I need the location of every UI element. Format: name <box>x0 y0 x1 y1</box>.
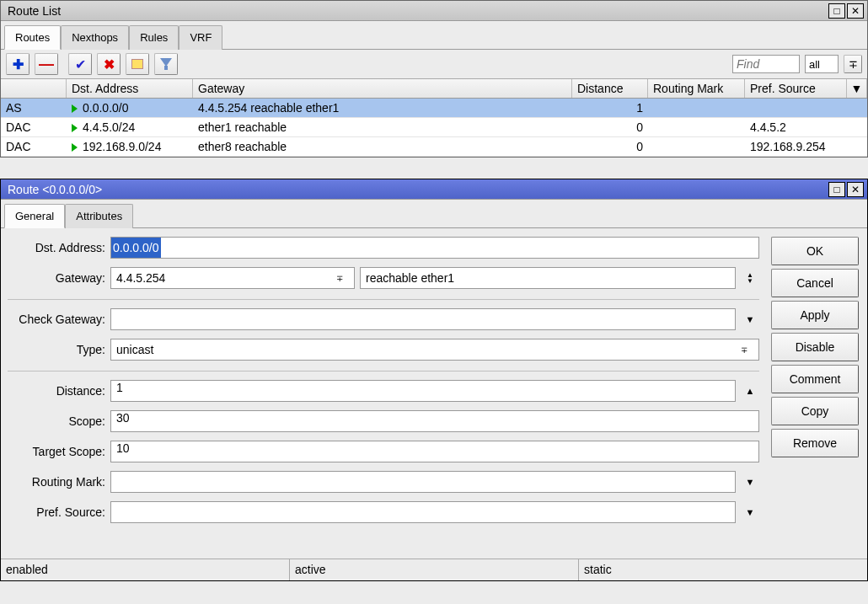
target-scope-input[interactable]: 10 <box>110 441 759 462</box>
scope-input[interactable]: 30 <box>110 410 759 432</box>
enable-button[interactable]: ✔ <box>68 53 92 75</box>
titlebar-route-detail[interactable]: Route <0.0.0.0/0> □ ✕ <box>1 179 867 200</box>
distance-input[interactable]: 1 <box>110 380 736 402</box>
cell-flags: AS <box>1 99 67 117</box>
table-row[interactable]: AS0.0.0.0/04.4.5.254 reachable ether11 <box>1 99 867 118</box>
row-target-scope: Target Scope: 10 <box>8 441 759 462</box>
cancel-button[interactable]: Cancel <box>771 269 859 297</box>
routing-mark-input[interactable] <box>110 471 736 493</box>
detail-tabs: General Attributes <box>1 200 867 228</box>
separator-2 <box>8 371 759 371</box>
gateway-status-field: reachable ether1 <box>360 267 736 289</box>
check-gateway-dropdown-button[interactable]: ▼ <box>741 308 759 330</box>
cell-pref-source <box>745 99 847 117</box>
window-title: Route List <box>4 4 827 18</box>
row-dst-address: Dst. Address: 0.0.0.0/0 <box>8 237 759 259</box>
dst-address-input[interactable]: 0.0.0.0/0 <box>110 237 759 259</box>
detail-body: Dst. Address: 0.0.0.0/0 Gateway: 4.4.5.2… <box>1 228 867 580</box>
remove-button-detail[interactable]: Remove <box>771 429 859 457</box>
col-dst-address[interactable]: Dst. Address <box>67 79 193 98</box>
check-gateway-input[interactable] <box>110 308 736 330</box>
label-distance: Distance: <box>8 384 110 398</box>
col-flags[interactable] <box>1 79 67 98</box>
cell-routing-mark <box>648 137 745 156</box>
label-target-scope: Target Scope: <box>8 445 110 458</box>
detail-close-button[interactable]: ✕ <box>847 182 864 197</box>
routing-mark-dropdown-button[interactable]: ▼ <box>741 471 759 493</box>
disable-button-detail[interactable]: Disable <box>771 333 859 361</box>
check-icon: ✔ <box>75 56 86 72</box>
gateway-updown-button[interactable]: ▲▼ <box>741 267 759 289</box>
pref-source-dropdown-button[interactable]: ▼ <box>741 501 759 523</box>
find-input[interactable] <box>732 55 800 73</box>
pref-source-input[interactable] <box>110 501 736 523</box>
tab-nexthops[interactable]: Nexthops <box>61 25 129 50</box>
tab-routes[interactable]: Routes <box>4 25 61 50</box>
tab-rules[interactable]: Rules <box>129 25 179 50</box>
copy-button[interactable]: Copy <box>771 397 859 425</box>
cell-distance: 0 <box>572 137 648 156</box>
detail-form: Dst. Address: 0.0.0.0/0 Gateway: 4.4.5.2… <box>1 228 766 580</box>
col-gateway[interactable]: Gateway <box>193 79 572 98</box>
col-routing-mark[interactable]: Routing Mark <box>648 79 745 98</box>
row-routing-mark: Routing Mark: ▼ <box>8 471 759 493</box>
cell-dst: 192.168.9.0/24 <box>67 137 193 156</box>
cell-distance: 0 <box>572 118 648 136</box>
label-dst-address: Dst. Address: <box>8 241 110 254</box>
tab-general[interactable]: General <box>4 204 65 228</box>
row-check-gateway: Check Gateway: ▼ <box>8 308 759 330</box>
filter-dropdown[interactable]: all <box>805 55 839 73</box>
row-gateway: Gateway: 4.4.5.254∓ reachable ether1 ▲▼ <box>8 267 759 289</box>
detail-maximize-button[interactable]: □ <box>828 182 845 197</box>
separator-1 <box>8 299 759 300</box>
label-scope: Scope: <box>8 414 110 428</box>
ok-button[interactable]: OK <box>771 237 859 265</box>
active-icon <box>72 143 78 152</box>
table-row[interactable]: DAC192.168.9.0/24ether8 reachable0192.16… <box>1 137 867 157</box>
cell-pref-source: 4.4.5.2 <box>745 118 847 136</box>
row-distance: Distance: 1 ▲ <box>8 380 759 402</box>
remove-button[interactable]: — <box>35 53 58 75</box>
main-tabs: Routes Nexthops Rules VRF <box>1 21 867 50</box>
filter-button[interactable] <box>154 53 178 75</box>
disable-button[interactable]: ✖ <box>97 53 121 75</box>
cell-flags: DAC <box>1 137 67 156</box>
cell-distance: 1 <box>572 99 648 117</box>
cell-gateway: ether8 reachable <box>193 137 572 156</box>
row-pref-source: Pref. Source: ▼ <box>8 501 759 523</box>
type-input[interactable]: unicast∓ <box>110 339 759 361</box>
comment-button-detail[interactable]: Comment <box>771 365 859 393</box>
cell-dst: 4.4.5.0/24 <box>67 118 193 136</box>
gateway-input[interactable]: 4.4.5.254∓ <box>110 267 355 289</box>
label-check-gateway: Check Gateway: <box>8 313 110 326</box>
row-scope: Scope: 30 <box>8 410 759 432</box>
note-icon <box>131 59 143 69</box>
label-pref-source: Pref. Source: <box>8 505 110 519</box>
detail-window-title: Route <0.0.0.0/0> <box>4 183 827 196</box>
col-menu-button[interactable]: ▼ <box>847 79 867 98</box>
funnel-icon <box>160 58 172 70</box>
label-routing-mark: Routing Mark: <box>8 475 110 489</box>
cell-flags: DAC <box>1 118 67 136</box>
apply-button[interactable]: Apply <box>771 301 859 329</box>
cell-gateway: 4.4.5.254 reachable ether1 <box>193 99 572 117</box>
toolbar: ✚ — ✔ ✖ all ∓ <box>1 50 867 79</box>
window-close-button[interactable]: ✕ <box>847 3 864 19</box>
cell-dst: 0.0.0.0/0 <box>67 99 193 117</box>
table-row[interactable]: DAC4.4.5.0/24ether1 reachable04.4.5.2 <box>1 118 867 137</box>
tab-attributes[interactable]: Attributes <box>65 204 133 228</box>
route-list-window: Route List □ ✕ Routes Nexthops Rules VRF… <box>0 0 868 158</box>
gateway-dropdown-icon: ∓ <box>330 267 349 289</box>
type-dropdown-icon: ∓ <box>735 339 753 361</box>
label-type: Type: <box>8 343 110 356</box>
titlebar-route-list[interactable]: Route List □ ✕ <box>1 1 867 21</box>
filter-dropdown-arrow[interactable]: ∓ <box>844 55 862 73</box>
comment-button[interactable] <box>126 53 149 75</box>
tab-vrf[interactable]: VRF <box>179 25 222 50</box>
window-maximize-button[interactable]: □ <box>828 3 845 19</box>
x-icon: ✖ <box>104 56 115 72</box>
col-distance[interactable]: Distance <box>572 79 648 98</box>
distance-collapse-button[interactable]: ▲ <box>741 380 759 402</box>
col-pref-source[interactable]: Pref. Source <box>745 79 847 98</box>
add-button[interactable]: ✚ <box>6 53 29 75</box>
